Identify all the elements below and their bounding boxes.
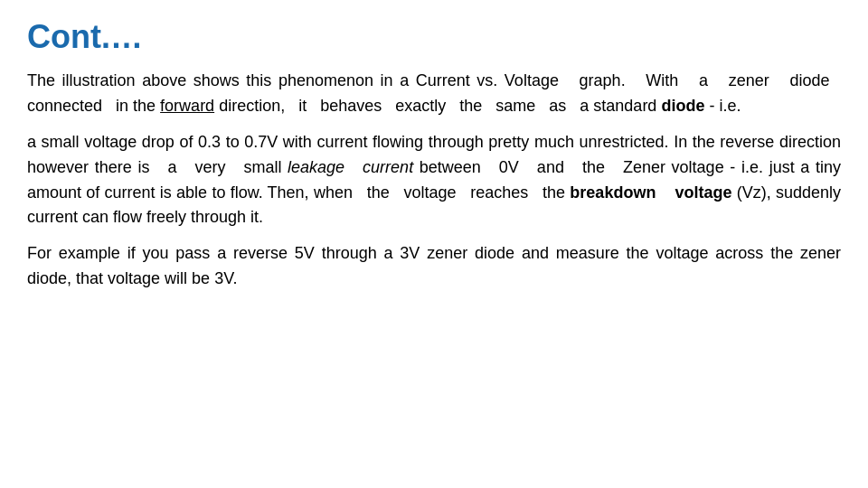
- forward-underline: forward: [160, 97, 214, 115]
- leakage-current-italic: leakage current: [288, 158, 413, 176]
- breakdown-voltage-bold: breakdown voltage: [570, 183, 731, 202]
- paragraph-3: For example if you pass a reverse 5V thr…: [27, 241, 841, 292]
- paragraph-2: a small voltage drop of 0.3 to 0.7V with…: [27, 130, 841, 231]
- page-container: Cont.… The illustration above shows this…: [0, 0, 868, 488]
- page-title: Cont.…: [27, 18, 841, 56]
- diode-bold: diode: [661, 97, 704, 115]
- paragraph-1: The illustration above shows this phenom…: [27, 69, 841, 119]
- content-area: The illustration above shows this phenom…: [27, 69, 841, 292]
